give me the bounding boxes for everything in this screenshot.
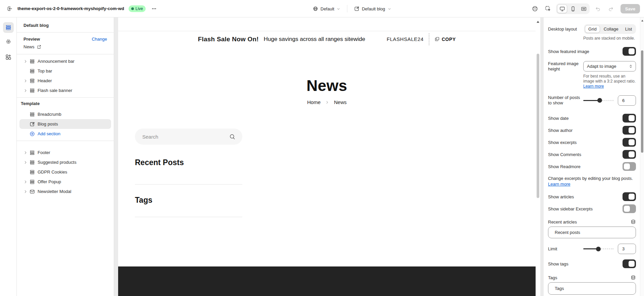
scroll-up-arrow-icon[interactable] [641,20,643,21]
exit-editor-button[interactable] [5,4,15,14]
app-embeds-button[interactable] [530,4,540,14]
preview-page-link[interactable]: News [23,44,107,49]
exit-icon [6,5,13,12]
scroll-up-arrow-icon[interactable] [537,21,539,23]
preview-scrollbar[interactable] [536,17,540,296]
template-selector[interactable]: Default blog [352,4,393,13]
top-bar-center: Default Default blog [311,0,393,17]
add-section-button[interactable]: Add section [19,129,111,139]
sidebar-item-footer[interactable]: Footer [19,148,111,157]
slider-thumb[interactable] [597,98,602,103]
tags-label: Tags [548,275,557,280]
sidebar-item-announcement-bar[interactable]: Announcement bar [19,56,111,66]
toggle-knob [624,206,630,212]
preview-divider [135,217,242,217]
panel-scrollbar[interactable] [640,17,644,296]
desktop-preview-button[interactable] [557,4,567,13]
fullscreen-preview-button[interactable] [579,4,589,13]
flash-sale-banner[interactable]: Flash Sale Now On! Huge savings across a… [118,31,536,47]
recent-articles-input[interactable] [548,227,636,238]
banner-title: Flash Sale Now On! [198,36,259,43]
sidebar-item-label: Top bar [38,68,52,73]
layout-list-option[interactable]: List [622,25,635,33]
undo-button[interactable] [593,4,603,14]
sidebar-item-breadcrumb[interactable]: Breadcrumb [19,109,111,119]
sidebar-item-top-bar[interactable]: Top bar [19,66,111,76]
show-date-row: Show date [548,114,636,122]
sections-panel-button[interactable] [3,22,14,33]
section-icon [30,59,35,64]
search-icon[interactable] [229,134,236,140]
recent-articles-label: Recent articles [548,219,577,225]
layout-grid-option[interactable]: Grid [585,25,600,33]
dynamic-source-icon[interactable] [631,275,636,280]
section-icon [30,169,35,175]
posts-count-slider[interactable] [583,98,613,103]
limit-slider[interactable] [583,247,613,251]
preview-scrollbar-thumb[interactable] [537,54,539,198]
mobile-preview-button[interactable] [568,4,578,13]
sidebar-item-header[interactable]: Header [19,76,111,86]
toggle-knob [624,163,630,169]
panel-scrollbar-thumb[interactable] [641,50,643,153]
globe-icon [313,6,318,11]
show-featured-image-toggle[interactable] [623,47,636,56]
show-date-label: Show date [548,116,568,121]
slider-thumb[interactable] [596,247,601,251]
template-selector-label: Default blog [362,6,385,11]
toggle-knob [629,115,635,121]
section-icon [30,160,35,165]
search-input[interactable] [142,134,229,140]
show-tags-toggle[interactable] [623,259,636,268]
copy-code-button[interactable]: COPY [435,37,456,42]
sidebar-item-suggested-products[interactable]: Suggested products [19,157,111,167]
learn-more-link[interactable]: Learn more [548,182,570,187]
show-author-toggle[interactable] [623,126,636,135]
posts-count-input[interactable] [618,95,636,106]
save-button[interactable]: Save [621,4,640,13]
sidebar-item-flash-sale-banner[interactable]: Flash sale banner [19,86,111,95]
sidebar-item-label: Blog posts [38,121,58,127]
redo-button[interactable] [606,4,616,14]
theme-name: theme-export-os-2-0-framework-myshopify-… [17,6,124,11]
header-section-icon [30,78,35,84]
show-excerpts-toggle[interactable] [623,138,636,147]
breadcrumb-home-link[interactable]: Home [307,99,320,105]
show-sidebar-excerpts-toggle[interactable] [623,204,636,213]
chevron-right-icon [23,190,28,194]
style-selector-label: Default [320,6,334,11]
show-readmore-toggle[interactable] [623,162,636,171]
layout-collage-option[interactable]: Collage [601,25,622,33]
sections-tree-bottom: Footer Suggested products GDPR Cookies [17,141,114,198]
learn-more-link[interactable]: Learn more [583,84,604,89]
inspector-button[interactable] [543,4,553,14]
limit-count-input[interactable] [618,244,636,254]
chevron-right-icon [23,59,28,63]
change-preview-link[interactable]: Change [92,37,107,42]
featured-image-height-row: Featured image height Adapt to image [548,61,636,72]
show-comments-toggle[interactable] [623,150,636,159]
toggle-knob [629,151,635,157]
show-comments-row: Show Comments [548,150,636,159]
featured-image-height-select[interactable]: Adapt to image [583,61,636,71]
top-bar: theme-export-os-2-0-framework-myshopify-… [0,0,644,17]
theme-style-selector[interactable]: Default [311,4,342,13]
sidebar-item-label: Footer [38,150,50,155]
undo-icon [595,6,601,12]
toggle-knob [629,194,635,200]
app-blocks-button[interactable] [3,52,14,62]
more-actions-button[interactable] [149,4,159,14]
show-date-toggle[interactable] [623,114,636,122]
sidebar-item-offer-popup[interactable]: Offer Popup [19,177,111,187]
sidebar-item-newsletter-modal[interactable]: Newsletter Modal [19,187,111,196]
featured-image-help: For best results, use an image with a 3:… [548,74,636,89]
sidebar-item-blog-posts[interactable]: Blog posts [19,119,111,129]
chevron-right-icon [23,160,28,164]
tags-input[interactable] [548,282,636,295]
show-articles-toggle[interactable] [623,192,636,201]
dynamic-source-icon[interactable] [631,219,636,225]
sidebar-item-label: Announcement bar [38,59,75,64]
device-preview-control [556,3,590,14]
sidebar-item-gdpr-cookies[interactable]: GDPR Cookies [19,167,111,177]
theme-settings-button[interactable] [3,36,14,47]
